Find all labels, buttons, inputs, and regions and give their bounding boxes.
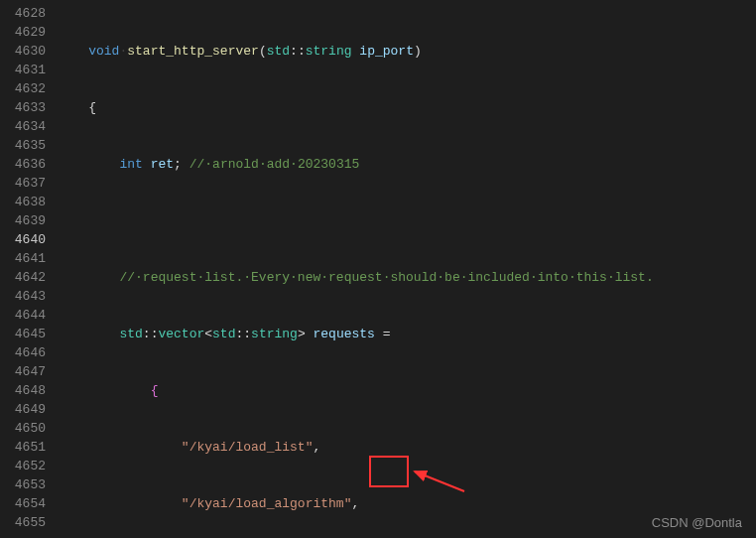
line-number: 4631 bbox=[6, 61, 46, 79]
comment: //·arnold·add·20230315 bbox=[189, 157, 360, 172]
line-number: 4628 bbox=[6, 4, 46, 23]
line-number: 4634 bbox=[6, 117, 46, 136]
line-number: 4637 bbox=[6, 174, 46, 193]
line-number: 4642 bbox=[6, 268, 46, 287]
line-number: 4647 bbox=[6, 362, 46, 381]
code-line[interactable]: { bbox=[58, 98, 756, 117]
line-number: 4650 bbox=[6, 419, 46, 438]
line-number: 4635 bbox=[6, 136, 46, 155]
code-editor[interactable]: 4628 4629 4630 4631 4632 4633 4634 4635 … bbox=[0, 0, 756, 538]
angle: < bbox=[204, 327, 212, 341]
variable: ret bbox=[151, 157, 174, 172]
watermark: CSDN @Dontla bbox=[652, 515, 742, 530]
namespace: std bbox=[267, 44, 290, 59]
code-line[interactable]: //·request·list.·Every·new·request·shoul… bbox=[58, 268, 756, 287]
keyword: void bbox=[88, 44, 119, 59]
code-line[interactable]: "/kyai/load_list", bbox=[58, 438, 756, 457]
brace: { bbox=[88, 100, 96, 115]
line-number: 4653 bbox=[6, 475, 46, 494]
string-literal: "/kyai/load_list" bbox=[182, 440, 314, 455]
line-number: 4641 bbox=[6, 249, 46, 268]
function-name: start_http_server bbox=[127, 44, 259, 59]
line-number: 4654 bbox=[6, 494, 46, 513]
scope-op: :: bbox=[290, 44, 306, 59]
operator: = bbox=[383, 327, 391, 341]
type: vector bbox=[158, 327, 204, 341]
code-line[interactable]: "/kyai/load_algorithm", bbox=[58, 494, 756, 513]
comma: , bbox=[313, 440, 320, 455]
line-number: 4633 bbox=[6, 98, 46, 117]
line-number: 4646 bbox=[6, 343, 46, 362]
comma: , bbox=[351, 496, 359, 511]
code-area[interactable]: void·start_http_server(std::string ip_po… bbox=[58, 0, 756, 538]
code-line[interactable]: int ret; //·arnold·add·20230315 bbox=[58, 155, 756, 174]
type: string bbox=[251, 327, 298, 341]
parameter: ip_port bbox=[359, 44, 414, 59]
scope-op: :: bbox=[235, 327, 251, 341]
scope-op: :: bbox=[143, 327, 159, 341]
line-number: 4638 bbox=[6, 193, 46, 211]
string-literal: "/kyai/load_algorithm" bbox=[182, 496, 352, 511]
paren: ( bbox=[259, 44, 267, 59]
line-number: 4629 bbox=[6, 23, 46, 42]
paren: ) bbox=[414, 44, 422, 59]
line-number: 4632 bbox=[6, 79, 46, 98]
line-number: 4649 bbox=[6, 400, 46, 419]
line-number: 4644 bbox=[6, 306, 46, 325]
type: string bbox=[306, 44, 352, 59]
variable: requests bbox=[314, 327, 375, 341]
line-number: 4648 bbox=[6, 381, 46, 400]
line-number-active: 4640 bbox=[6, 230, 46, 249]
code-line[interactable]: void·start_http_server(std::string ip_po… bbox=[58, 42, 756, 61]
line-number: 4645 bbox=[6, 325, 46, 343]
line-number: 4639 bbox=[6, 211, 46, 230]
line-number-gutter: 4628 4629 4630 4631 4632 4633 4634 4635 … bbox=[0, 0, 58, 538]
line-number: 4630 bbox=[6, 42, 46, 61]
semicolon: ; bbox=[174, 157, 182, 172]
line-number: 4652 bbox=[6, 457, 46, 475]
line-number: 4651 bbox=[6, 438, 46, 457]
namespace: std bbox=[212, 327, 235, 341]
comment: //·request·list.·Every·new·request·shoul… bbox=[119, 270, 653, 285]
brace-highlight: { bbox=[151, 383, 159, 398]
line-number: 4636 bbox=[6, 155, 46, 174]
line-number: 4655 bbox=[6, 513, 46, 532]
angle: > bbox=[298, 327, 306, 341]
namespace: std bbox=[119, 327, 142, 341]
code-line[interactable] bbox=[58, 211, 756, 230]
keyword: int bbox=[119, 157, 142, 172]
line-number: 4643 bbox=[6, 287, 46, 306]
code-line[interactable]: std::vector<std::string> requests = bbox=[58, 325, 756, 343]
code-line[interactable]: { bbox=[58, 381, 756, 400]
